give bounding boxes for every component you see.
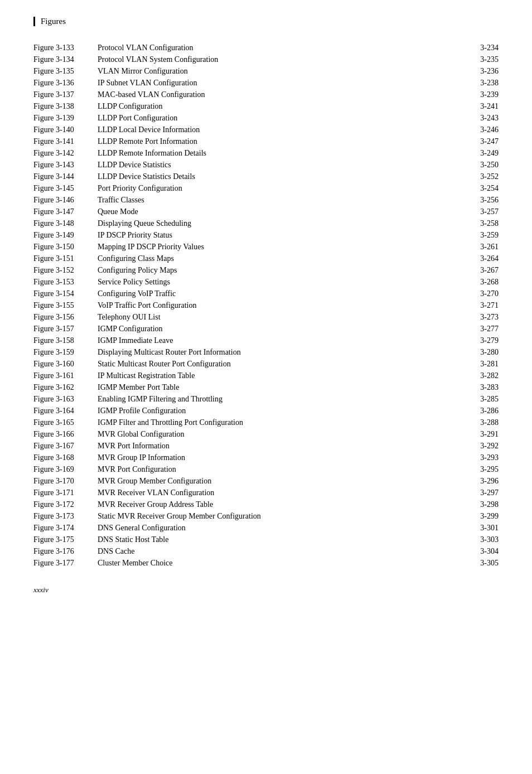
- page-header: Figures: [33, 17, 499, 26]
- page-number: 3-303: [465, 534, 499, 545]
- page-number: 3-298: [465, 499, 499, 510]
- figure-title: MVR Receiver VLAN Configuration: [98, 487, 465, 499]
- table-row: Figure 3-170MVR Group Member Configurati…: [33, 475, 499, 487]
- figure-number: Figure 3-166: [33, 428, 98, 440]
- page-number: xxxiv: [33, 586, 49, 594]
- figure-title: Cluster Member Choice: [98, 557, 465, 569]
- figure-number: Figure 3-173: [33, 510, 98, 522]
- figure-number: Figure 3-152: [33, 264, 98, 276]
- figure-number: Figure 3-155: [33, 299, 98, 311]
- page-number: 3-238: [465, 77, 499, 89]
- figure-title: VLAN Mirror Configuration: [98, 65, 465, 77]
- table-row: Figure 3-142LLDP Remote Information Deta…: [33, 147, 499, 159]
- figure-number: Figure 3-142: [33, 147, 98, 159]
- figure-number: Figure 3-169: [33, 463, 98, 475]
- table-row: Figure 3-139LLDP Port Configuration3-243: [33, 112, 499, 124]
- figure-number: Figure 3-146: [33, 194, 98, 206]
- figure-title: Queue Mode: [98, 206, 465, 217]
- figure-title: LLDP Configuration: [98, 100, 465, 112]
- page-number: 3-261: [465, 241, 499, 253]
- table-row: Figure 3-165IGMP Filter and Throttling P…: [33, 417, 499, 428]
- page-number: 3-258: [465, 217, 499, 229]
- figure-number: Figure 3-139: [33, 112, 98, 124]
- table-row: Figure 3-161IP Multicast Registration Ta…: [33, 370, 499, 381]
- table-row: Figure 3-163Enabling IGMP Filtering and …: [33, 393, 499, 405]
- figure-number: Figure 3-172: [33, 499, 98, 510]
- page-number: 3-304: [465, 545, 499, 557]
- page-number: 3-259: [465, 229, 499, 241]
- figure-number: Figure 3-151: [33, 253, 98, 264]
- page-number: 3-257: [465, 206, 499, 217]
- page-number: 3-280: [465, 346, 499, 358]
- table-row: Figure 3-177Cluster Member Choice3-305: [33, 557, 499, 569]
- page-number: 3-282: [465, 370, 499, 381]
- page-number: 3-305: [465, 557, 499, 569]
- figure-title: DNS General Configuration: [98, 522, 465, 534]
- page-number: 3-268: [465, 276, 499, 288]
- page-number: 3-264: [465, 253, 499, 264]
- figure-number: Figure 3-177: [33, 557, 98, 569]
- figure-title: Static MVR Receiver Group Member Configu…: [98, 510, 465, 522]
- table-row: Figure 3-164IGMP Profile Configuration3-…: [33, 405, 499, 417]
- page-number: 3-246: [465, 124, 499, 136]
- figure-number: Figure 3-159: [33, 346, 98, 358]
- page-number: 3-301: [465, 522, 499, 534]
- table-row: Figure 3-136IP Subnet VLAN Configuration…: [33, 77, 499, 89]
- figure-title: MVR Receiver Group Address Table: [98, 499, 465, 510]
- table-row: Figure 3-158IGMP Immediate Leave3-279: [33, 335, 499, 346]
- figure-title: LLDP Local Device Information: [98, 124, 465, 136]
- figure-title: Protocol VLAN System Configuration: [98, 54, 465, 65]
- page-number: 3-271: [465, 299, 499, 311]
- page-number: 3-286: [465, 405, 499, 417]
- page-number: 3-292: [465, 440, 499, 452]
- figure-number: Figure 3-170: [33, 475, 98, 487]
- table-row: Figure 3-133Protocol VLAN Configuration3…: [33, 42, 499, 54]
- page-number: 3-235: [465, 54, 499, 65]
- table-row: Figure 3-172MVR Receiver Group Address T…: [33, 499, 499, 510]
- figure-number: Figure 3-133: [33, 42, 98, 54]
- figure-title: Service Policy Settings: [98, 276, 465, 288]
- figure-title: Displaying Multicast Router Port Informa…: [98, 346, 465, 358]
- figure-number: Figure 3-174: [33, 522, 98, 534]
- figure-title: MVR Group IP Information: [98, 452, 465, 463]
- table-row: Figure 3-155VoIP Traffic Port Configurat…: [33, 299, 499, 311]
- figure-number: Figure 3-163: [33, 393, 98, 405]
- page-number: 3-296: [465, 475, 499, 487]
- table-row: Figure 3-156Telephony OUI List3-273: [33, 311, 499, 323]
- table-row: Figure 3-159Displaying Multicast Router …: [33, 346, 499, 358]
- figure-title: Telephony OUI List: [98, 311, 465, 323]
- figure-number: Figure 3-162: [33, 381, 98, 393]
- page-number: 3-236: [465, 65, 499, 77]
- figure-title: IGMP Profile Configuration: [98, 405, 465, 417]
- figure-title: LLDP Remote Port Information: [98, 136, 465, 147]
- table-row: Figure 3-150Mapping IP DSCP Priority Val…: [33, 241, 499, 253]
- figure-number: Figure 3-140: [33, 124, 98, 136]
- figure-number: Figure 3-154: [33, 288, 98, 299]
- figure-title: LLDP Remote Information Details: [98, 147, 465, 159]
- figure-title: Configuring VoIP Traffic: [98, 288, 465, 299]
- page-number: 3-273: [465, 311, 499, 323]
- figure-number: Figure 3-136: [33, 77, 98, 89]
- table-row: Figure 3-141LLDP Remote Port Information…: [33, 136, 499, 147]
- table-row: Figure 3-173Static MVR Receiver Group Me…: [33, 510, 499, 522]
- figure-number: Figure 3-147: [33, 206, 98, 217]
- figure-title: Protocol VLAN Configuration: [98, 42, 465, 54]
- page-header-title: Figures: [41, 17, 66, 26]
- figure-number: Figure 3-158: [33, 335, 98, 346]
- figure-title: IGMP Configuration: [98, 323, 465, 335]
- figure-title: LLDP Port Configuration: [98, 112, 465, 124]
- page-footer: xxxiv: [33, 586, 499, 594]
- page-number: 3-270: [465, 288, 499, 299]
- figure-number: Figure 3-148: [33, 217, 98, 229]
- figure-number: Figure 3-156: [33, 311, 98, 323]
- figure-number: Figure 3-134: [33, 54, 98, 65]
- table-row: Figure 3-175DNS Static Host Table3-303: [33, 534, 499, 545]
- table-row: Figure 3-153Service Policy Settings3-268: [33, 276, 499, 288]
- figure-title: MVR Port Information: [98, 440, 465, 452]
- figure-title: Configuring Policy Maps: [98, 264, 465, 276]
- figure-title: Traffic Classes: [98, 194, 465, 206]
- figure-number: Figure 3-150: [33, 241, 98, 253]
- table-row: Figure 3-168MVR Group IP Information3-29…: [33, 452, 499, 463]
- table-row: Figure 3-134Protocol VLAN System Configu…: [33, 54, 499, 65]
- table-row: Figure 3-148Displaying Queue Scheduling3…: [33, 217, 499, 229]
